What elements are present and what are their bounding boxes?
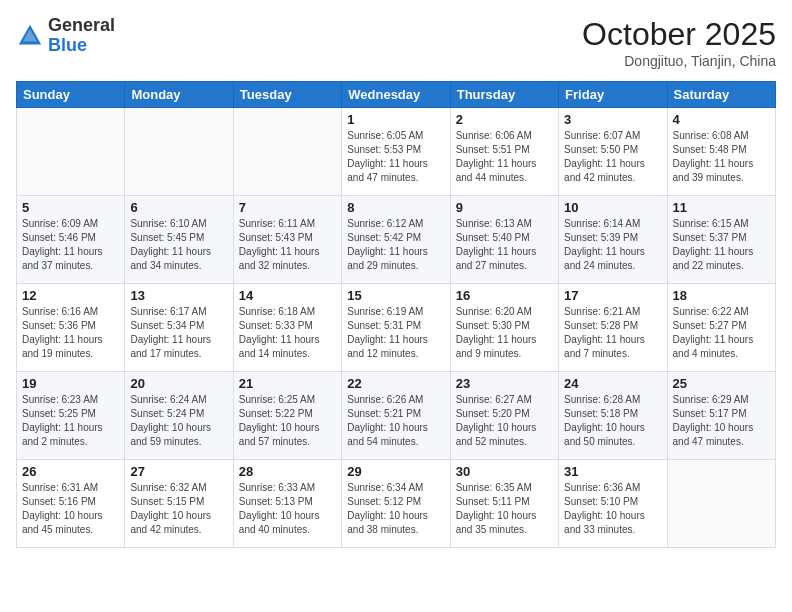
calendar-cell: 15Sunrise: 6:19 AM Sunset: 5:31 PM Dayli… [342,284,450,372]
day-info: Sunrise: 6:32 AM Sunset: 5:15 PM Dayligh… [130,481,227,537]
day-number: 30 [456,464,553,479]
calendar-cell: 21Sunrise: 6:25 AM Sunset: 5:22 PM Dayli… [233,372,341,460]
day-info: Sunrise: 6:10 AM Sunset: 5:45 PM Dayligh… [130,217,227,273]
calendar-table: SundayMondayTuesdayWednesdayThursdayFrid… [16,81,776,548]
day-info: Sunrise: 6:20 AM Sunset: 5:30 PM Dayligh… [456,305,553,361]
calendar-cell: 10Sunrise: 6:14 AM Sunset: 5:39 PM Dayli… [559,196,667,284]
weekday-header-monday: Monday [125,82,233,108]
calendar-cell: 14Sunrise: 6:18 AM Sunset: 5:33 PM Dayli… [233,284,341,372]
calendar-cell: 5Sunrise: 6:09 AM Sunset: 5:46 PM Daylig… [17,196,125,284]
logo: General Blue [16,16,115,56]
day-info: Sunrise: 6:36 AM Sunset: 5:10 PM Dayligh… [564,481,661,537]
calendar-cell [667,460,775,548]
day-number: 19 [22,376,119,391]
day-number: 24 [564,376,661,391]
day-number: 28 [239,464,336,479]
calendar-cell [17,108,125,196]
calendar-cell: 22Sunrise: 6:26 AM Sunset: 5:21 PM Dayli… [342,372,450,460]
logo-icon [16,22,44,50]
day-info: Sunrise: 6:21 AM Sunset: 5:28 PM Dayligh… [564,305,661,361]
day-info: Sunrise: 6:14 AM Sunset: 5:39 PM Dayligh… [564,217,661,273]
day-number: 13 [130,288,227,303]
day-number: 1 [347,112,444,127]
calendar-cell: 6Sunrise: 6:10 AM Sunset: 5:45 PM Daylig… [125,196,233,284]
calendar-week-row: 26Sunrise: 6:31 AM Sunset: 5:16 PM Dayli… [17,460,776,548]
day-info: Sunrise: 6:16 AM Sunset: 5:36 PM Dayligh… [22,305,119,361]
day-info: Sunrise: 6:06 AM Sunset: 5:51 PM Dayligh… [456,129,553,185]
calendar-cell: 12Sunrise: 6:16 AM Sunset: 5:36 PM Dayli… [17,284,125,372]
weekday-header-thursday: Thursday [450,82,558,108]
location: Dongjituo, Tianjin, China [582,53,776,69]
day-info: Sunrise: 6:18 AM Sunset: 5:33 PM Dayligh… [239,305,336,361]
day-info: Sunrise: 6:11 AM Sunset: 5:43 PM Dayligh… [239,217,336,273]
day-info: Sunrise: 6:17 AM Sunset: 5:34 PM Dayligh… [130,305,227,361]
day-info: Sunrise: 6:07 AM Sunset: 5:50 PM Dayligh… [564,129,661,185]
day-number: 8 [347,200,444,215]
calendar-cell: 29Sunrise: 6:34 AM Sunset: 5:12 PM Dayli… [342,460,450,548]
page-header: General Blue October 2025 Dongjituo, Tia… [16,16,776,69]
calendar-cell: 23Sunrise: 6:27 AM Sunset: 5:20 PM Dayli… [450,372,558,460]
calendar-cell: 25Sunrise: 6:29 AM Sunset: 5:17 PM Dayli… [667,372,775,460]
calendar-cell: 24Sunrise: 6:28 AM Sunset: 5:18 PM Dayli… [559,372,667,460]
calendar-cell: 27Sunrise: 6:32 AM Sunset: 5:15 PM Dayli… [125,460,233,548]
logo-text: General Blue [48,16,115,56]
day-number: 16 [456,288,553,303]
calendar-cell [233,108,341,196]
title-block: October 2025 Dongjituo, Tianjin, China [582,16,776,69]
day-info: Sunrise: 6:05 AM Sunset: 5:53 PM Dayligh… [347,129,444,185]
day-number: 26 [22,464,119,479]
day-info: Sunrise: 6:24 AM Sunset: 5:24 PM Dayligh… [130,393,227,449]
day-info: Sunrise: 6:22 AM Sunset: 5:27 PM Dayligh… [673,305,770,361]
day-info: Sunrise: 6:12 AM Sunset: 5:42 PM Dayligh… [347,217,444,273]
calendar-cell: 7Sunrise: 6:11 AM Sunset: 5:43 PM Daylig… [233,196,341,284]
calendar-cell: 3Sunrise: 6:07 AM Sunset: 5:50 PM Daylig… [559,108,667,196]
day-number: 6 [130,200,227,215]
day-info: Sunrise: 6:19 AM Sunset: 5:31 PM Dayligh… [347,305,444,361]
weekday-header-sunday: Sunday [17,82,125,108]
day-number: 10 [564,200,661,215]
weekday-header-tuesday: Tuesday [233,82,341,108]
weekday-header-wednesday: Wednesday [342,82,450,108]
calendar-cell [125,108,233,196]
calendar-cell: 28Sunrise: 6:33 AM Sunset: 5:13 PM Dayli… [233,460,341,548]
day-number: 4 [673,112,770,127]
day-number: 20 [130,376,227,391]
calendar-cell: 17Sunrise: 6:21 AM Sunset: 5:28 PM Dayli… [559,284,667,372]
day-number: 2 [456,112,553,127]
day-info: Sunrise: 6:28 AM Sunset: 5:18 PM Dayligh… [564,393,661,449]
day-number: 5 [22,200,119,215]
logo-blue: Blue [48,35,87,55]
day-number: 3 [564,112,661,127]
calendar-cell: 26Sunrise: 6:31 AM Sunset: 5:16 PM Dayli… [17,460,125,548]
day-number: 29 [347,464,444,479]
day-number: 21 [239,376,336,391]
day-info: Sunrise: 6:29 AM Sunset: 5:17 PM Dayligh… [673,393,770,449]
calendar-cell: 19Sunrise: 6:23 AM Sunset: 5:25 PM Dayli… [17,372,125,460]
day-number: 11 [673,200,770,215]
calendar-week-row: 19Sunrise: 6:23 AM Sunset: 5:25 PM Dayli… [17,372,776,460]
calendar-cell: 31Sunrise: 6:36 AM Sunset: 5:10 PM Dayli… [559,460,667,548]
day-info: Sunrise: 6:13 AM Sunset: 5:40 PM Dayligh… [456,217,553,273]
day-number: 27 [130,464,227,479]
day-info: Sunrise: 6:35 AM Sunset: 5:11 PM Dayligh… [456,481,553,537]
day-number: 7 [239,200,336,215]
calendar-cell: 4Sunrise: 6:08 AM Sunset: 5:48 PM Daylig… [667,108,775,196]
calendar-week-row: 5Sunrise: 6:09 AM Sunset: 5:46 PM Daylig… [17,196,776,284]
weekday-header-friday: Friday [559,82,667,108]
calendar-cell: 8Sunrise: 6:12 AM Sunset: 5:42 PM Daylig… [342,196,450,284]
weekday-header-saturday: Saturday [667,82,775,108]
day-info: Sunrise: 6:33 AM Sunset: 5:13 PM Dayligh… [239,481,336,537]
calendar-cell: 18Sunrise: 6:22 AM Sunset: 5:27 PM Dayli… [667,284,775,372]
day-info: Sunrise: 6:09 AM Sunset: 5:46 PM Dayligh… [22,217,119,273]
day-info: Sunrise: 6:27 AM Sunset: 5:20 PM Dayligh… [456,393,553,449]
day-info: Sunrise: 6:15 AM Sunset: 5:37 PM Dayligh… [673,217,770,273]
calendar-cell: 16Sunrise: 6:20 AM Sunset: 5:30 PM Dayli… [450,284,558,372]
day-info: Sunrise: 6:25 AM Sunset: 5:22 PM Dayligh… [239,393,336,449]
calendar-cell: 2Sunrise: 6:06 AM Sunset: 5:51 PM Daylig… [450,108,558,196]
calendar-cell: 9Sunrise: 6:13 AM Sunset: 5:40 PM Daylig… [450,196,558,284]
calendar-cell: 13Sunrise: 6:17 AM Sunset: 5:34 PM Dayli… [125,284,233,372]
day-number: 17 [564,288,661,303]
day-number: 15 [347,288,444,303]
calendar-cell: 20Sunrise: 6:24 AM Sunset: 5:24 PM Dayli… [125,372,233,460]
calendar-cell: 1Sunrise: 6:05 AM Sunset: 5:53 PM Daylig… [342,108,450,196]
